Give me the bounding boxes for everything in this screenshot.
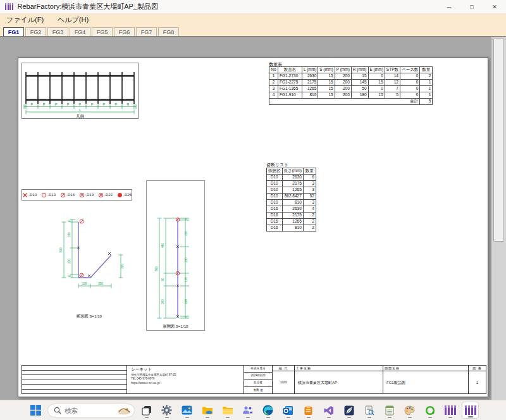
teams-people-icon [242, 405, 253, 415]
start-button[interactable] [27, 402, 44, 419]
scale-value: 1/20 [273, 371, 294, 393]
svg-text:263: 263 [161, 299, 164, 304]
svg-text:15: 15 [185, 218, 188, 221]
title-block: シーネット 神奈川県横浜市青葉区大場町 87-20 TEL 045-973-09… [22, 365, 486, 394]
rebarfactory-app-icon [5, 3, 13, 10]
task-view-button[interactable] [138, 402, 155, 419]
drawing-viewport: P P P P P P P P R L 凡例 数量表 [0, 36, 506, 400]
settings-button[interactable] [158, 402, 175, 419]
clipboard-app-button[interactable] [300, 402, 317, 419]
search-icon [54, 407, 61, 414]
maximize-icon[interactable]: □ [460, 0, 483, 14]
menu-help[interactable]: ヘルプ(H) [58, 15, 89, 25]
paint-button[interactable] [401, 402, 418, 419]
svg-text:230: 230 [185, 257, 188, 262]
circle-cross-icon [79, 192, 85, 198]
svg-text:105: 105 [185, 277, 188, 282]
tab-fg4[interactable]: FG4 [70, 27, 90, 36]
circle-slash-icon [60, 192, 66, 198]
tab-fg2[interactable]: FG2 [25, 27, 46, 36]
folder-cloud-icon [202, 405, 213, 416]
document-viewer-button[interactable] [361, 402, 378, 419]
list-item: D10862.842752 [267, 194, 316, 200]
company-url: https://www.c-net.co.jp/ [131, 382, 240, 385]
svg-text:L: L [79, 108, 81, 112]
svg-text:15: 15 [185, 316, 188, 319]
ladder-legend-drawing: P P P P P P P P R L 凡例 [22, 63, 139, 119]
total-label: 合計 [269, 99, 420, 105]
svg-text:P: P [115, 102, 118, 106]
svg-text:P: P [55, 102, 58, 106]
menu-file[interactable]: ファイル(F) [6, 15, 44, 25]
list-item: D1626304 [267, 206, 316, 213]
feather-icon [344, 405, 354, 416]
quantity-table-title: 数量表 [269, 62, 282, 66]
tab-fg3[interactable]: FG3 [47, 27, 68, 36]
green-ring-icon [425, 405, 435, 416]
svg-text:200: 200 [98, 282, 103, 285]
scrollbar-thumb[interactable] [493, 39, 504, 242]
window-title: RebarFactory:横浜市青葉区大場町AP_製品図 [18, 2, 158, 11]
rebarfactory-pinned-button[interactable] [441, 402, 459, 419]
x-mark-icon [22, 192, 28, 198]
tab-bar: FG1 FG2 FG3 FG4 FG5 FG6 FG7 FG8 [0, 25, 506, 36]
sheet-number-column: 図 番 1 [468, 366, 486, 393]
total-value: 5 [420, 99, 433, 105]
list-item: D1026306 [267, 175, 316, 181]
search-input[interactable] [65, 407, 113, 414]
svg-text:500: 500 [59, 247, 63, 252]
list-item: D1021753 [267, 181, 316, 187]
circle-open-icon [41, 192, 47, 198]
svg-text:90: 90 [161, 278, 164, 281]
app-window: RebarFactory:横浜市青葉区大場町AP_製品図 ─ □ ✕ ファイル(… [0, 0, 506, 420]
outlook-button[interactable] [280, 402, 297, 419]
svg-text:P: P [43, 102, 46, 106]
date-value: 2024/01/20 [244, 373, 272, 380]
svg-text:230: 230 [68, 232, 71, 237]
table-row: 2FG1-2275 217515 200145 1512 01 [269, 80, 433, 86]
svg-text:P: P [91, 102, 94, 106]
photos-icon [182, 405, 192, 416]
svg-text:480: 480 [161, 243, 164, 248]
company-tel: TEL 045-973-0979 [131, 378, 240, 381]
task-view-icon [142, 405, 152, 416]
project-column: 工事名称 横浜市青葉区大場町AP [294, 366, 383, 393]
notepad-button[interactable] [381, 402, 398, 419]
minimize-icon[interactable]: ─ [438, 0, 460, 14]
list-item: D1621752 [267, 213, 316, 219]
tab-fg1[interactable]: FG1 [3, 27, 24, 36]
project-value: 横浜市青葉区大場町AP [295, 371, 383, 393]
close-icon[interactable]: ✕ [483, 0, 506, 14]
green-ring-app-button[interactable] [421, 402, 438, 419]
svg-text:P: P [31, 102, 34, 106]
teams-button[interactable] [239, 402, 256, 419]
notepad-icon [385, 405, 394, 416]
photos-app-button[interactable] [178, 402, 195, 419]
tab-fg6[interactable]: FG6 [114, 27, 135, 36]
tab-fg5[interactable]: FG5 [92, 27, 113, 36]
tab-fg8[interactable]: FG8 [158, 27, 179, 36]
folder-icon [222, 405, 233, 416]
date-author-column: 作成年月日 2024/01/20 担当者 有馬 遼 [244, 366, 272, 393]
tab-fg7[interactable]: FG7 [136, 27, 157, 36]
taskbar-search[interactable] [47, 404, 135, 417]
development-view-drawing: 863 480 90 263 15 230 230 105 268 15 [146, 180, 205, 331]
drawing-name-value: FG1製品図 [383, 371, 468, 393]
clipboard-icon [304, 405, 313, 416]
revision-table [22, 366, 126, 393]
document-search-icon [364, 405, 374, 416]
taskbar [0, 400, 506, 420]
rebarfactory-active-button[interactable] [462, 402, 479, 419]
edge-button[interactable] [259, 402, 276, 419]
company-name: シーネット [131, 368, 240, 372]
feather-app-button[interactable] [340, 402, 357, 419]
person-value: 有馬 遼 [244, 387, 272, 393]
vertical-scrollbar[interactable] [491, 37, 506, 400]
ladder-caption: 凡例 [76, 114, 84, 119]
file-explorer-button[interactable] [219, 402, 236, 419]
svg-text:230: 230 [68, 259, 71, 264]
list-item: D108103 [267, 200, 316, 206]
visual-studio-button[interactable] [320, 402, 337, 419]
quantity-table: No製品名 L (mm)S (mm) P (mm)R (mm) E (mm)ST… [269, 66, 433, 105]
onedrive-folder-button[interactable] [199, 402, 216, 419]
